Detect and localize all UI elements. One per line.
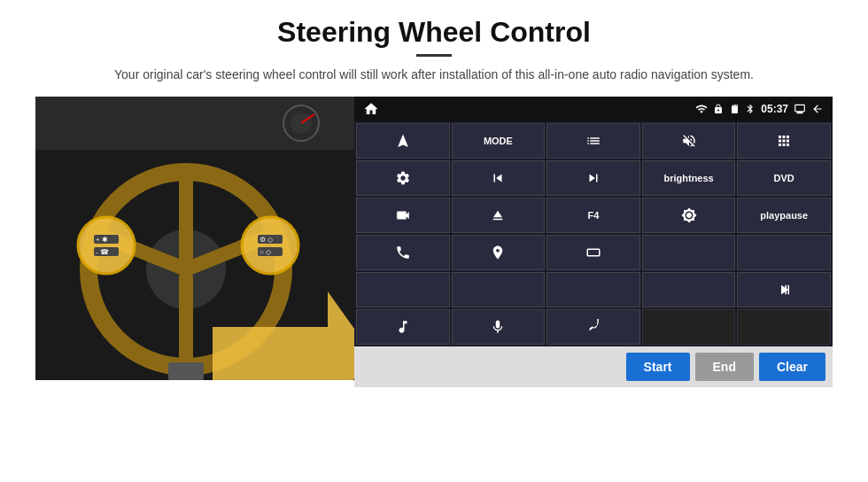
svg-rect-25	[788, 285, 790, 295]
mic-btn[interactable]	[452, 309, 546, 345]
eject-btn[interactable]	[452, 198, 546, 233]
car-image: + ✱ - ☎ ⚙ ◇ ○ ◇	[35, 97, 354, 380]
status-right: 05:37	[695, 103, 824, 115]
svg-point-16	[242, 217, 298, 274]
svg-rect-26	[786, 285, 787, 295]
sd-icon	[729, 104, 740, 114]
control-panel: 05:37 MODE	[354, 97, 833, 387]
f3-btn[interactable]	[452, 272, 546, 307]
status-left	[363, 101, 379, 117]
bluetooth-icon	[745, 104, 756, 114]
hangup-btn[interactable]	[546, 309, 640, 345]
screen-icon	[794, 103, 806, 115]
subtitle: Your original car's steering wheel contr…	[114, 66, 754, 84]
svg-rect-22	[168, 362, 204, 380]
svg-text:○ ◇: ○ ◇	[260, 248, 272, 256]
svg-rect-24	[587, 249, 600, 256]
apps-btn[interactable]	[737, 123, 831, 159]
f5-btn[interactable]	[642, 272, 736, 307]
back-icon	[811, 103, 824, 115]
prev-btn[interactable]	[452, 160, 546, 196]
clear-button[interactable]: Clear	[759, 353, 825, 381]
lock-icon	[713, 104, 724, 114]
svg-text:⚙ ◇: ⚙ ◇	[260, 236, 274, 244]
mute-btn[interactable]	[642, 123, 736, 159]
settings-btn[interactable]	[356, 160, 450, 196]
svg-rect-7	[179, 176, 193, 274]
list-btn[interactable]	[546, 123, 640, 159]
start-button[interactable]: Start	[626, 353, 690, 381]
nav2-btn[interactable]	[452, 235, 546, 270]
nav-btn[interactable]	[356, 123, 450, 159]
radio-btn[interactable]: F4	[546, 198, 640, 233]
content-row: + ✱ - ☎ ⚙ ◇ ○ ◇	[35, 97, 833, 387]
svg-rect-8	[179, 274, 193, 371]
f4-btn[interactable]	[546, 272, 640, 307]
next-btn[interactable]	[546, 160, 640, 196]
status-bar: 05:37	[354, 97, 833, 121]
music-btn[interactable]	[356, 309, 450, 345]
f2-btn[interactable]	[356, 272, 450, 307]
phone-btn[interactable]	[356, 235, 450, 270]
media-btn[interactable]: DVD	[737, 160, 831, 196]
playpause-btn[interactable]	[737, 272, 831, 307]
rectangle-btn[interactable]	[546, 235, 640, 270]
empty1-btn	[642, 309, 736, 345]
tv-btn[interactable]: brightness	[642, 160, 736, 196]
eq-btn[interactable]	[642, 235, 736, 270]
mode-btn[interactable]: MODE	[452, 123, 546, 159]
svg-text:+ ✱: + ✱	[96, 236, 108, 244]
page-title: Steering Wheel Control	[277, 16, 591, 49]
svg-text:- ☎: - ☎	[96, 248, 109, 256]
dvd-btn[interactable]: playpause	[737, 198, 831, 233]
brightness-btn[interactable]	[642, 198, 736, 233]
empty2-btn	[737, 309, 831, 345]
page-container: Steering Wheel Control Your original car…	[0, 0, 868, 482]
button-grid: MODE bri	[354, 121, 833, 346]
home-icon	[363, 101, 379, 117]
status-time: 05:37	[761, 103, 788, 115]
f1-btn[interactable]	[737, 235, 831, 270]
end-button[interactable]: End	[695, 353, 754, 381]
svg-point-11	[78, 217, 135, 274]
action-bar: Start End Clear	[354, 346, 833, 387]
360cam-btn[interactable]: 360	[356, 198, 450, 233]
title-divider	[416, 54, 452, 57]
wifi-icon	[695, 103, 708, 115]
